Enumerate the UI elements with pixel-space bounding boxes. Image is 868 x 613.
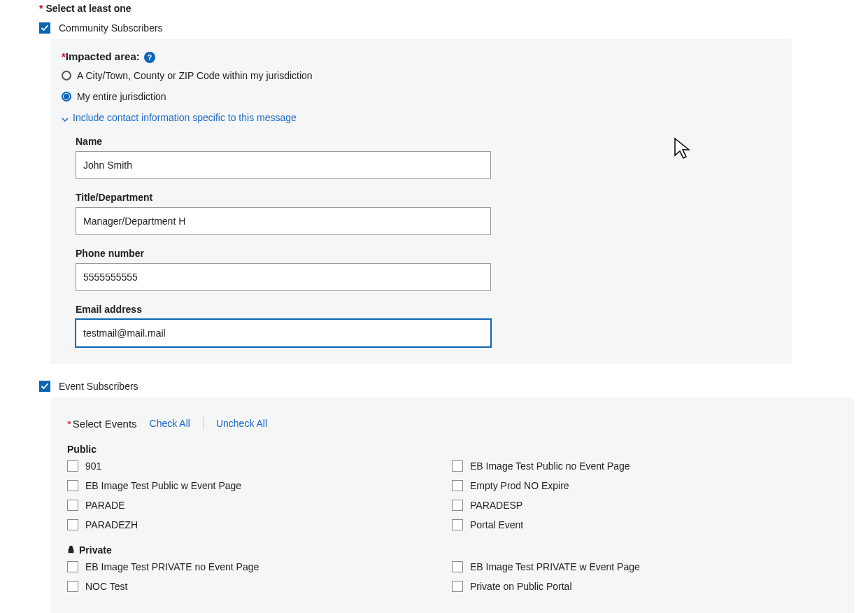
event-label: Private on Public Portal [470,581,572,592]
name-input[interactable] [76,151,491,179]
event-checkbox-paradesp[interactable]: PARADESP [452,500,837,511]
event-checkbox-private-on-public-portal[interactable]: Private on Public Portal [452,581,837,592]
event-checkbox-eb-image-public-no-page[interactable]: EB Image Test Public no Event Page [452,460,837,472]
checkbox-empty-icon [67,480,78,491]
event-checkbox-portal-event[interactable]: Portal Event [452,519,837,530]
checkbox-empty-icon [67,581,78,592]
checkbox-checked-icon [39,22,50,34]
chevron-down-icon [62,114,69,121]
event-subscribers-checkbox-row[interactable]: Event Subscribers [39,381,854,392]
community-panel: *Impacted area: ? A City/Town, County or… [50,39,792,364]
events-panel: *Select Events Check All Uncheck All Pub… [50,397,854,613]
checkbox-empty-icon [452,561,463,572]
checkbox-empty-icon [67,500,78,511]
event-label: EB Image Test PRIVATE w Event Page [470,561,640,572]
divider [203,417,204,430]
event-subscribers-label: Event Subscribers [59,381,138,392]
radio-city-label: A City/Town, County or ZIP Code within m… [77,70,313,81]
event-checkbox-eb-image-private-w-page[interactable]: EB Image Test PRIVATE w Event Page [452,561,837,572]
include-contact-info-label: Include contact information specific to … [73,112,297,123]
private-heading: Private [67,544,837,556]
event-label: Portal Event [470,519,523,530]
event-label: PARADE [85,500,125,511]
checkbox-empty-icon [452,519,463,530]
include-contact-info-toggle[interactable]: Include contact information specific to … [62,112,792,123]
event-checkbox-901[interactable]: 901 [67,460,452,472]
event-label: EB Image Test Public w Event Page [85,480,241,491]
checkbox-empty-icon [67,519,78,530]
uncheck-all-link[interactable]: Uncheck All [216,418,267,429]
select-at-least-one-label: *Select at least one [39,3,854,14]
community-subscribers-label: Community Subscribers [59,22,163,34]
name-label: Name [76,136,495,147]
event-checkbox-eb-image-public-w-page[interactable]: EB Image Test Public w Event Page [67,480,452,491]
radio-unchecked-icon [62,71,71,80]
checkbox-empty-icon [67,561,78,572]
help-icon[interactable]: ? [144,52,155,63]
check-all-link[interactable]: Check All [150,418,190,429]
impacted-area-label: *Impacted area: ? [62,50,792,63]
email-address-input[interactable] [76,319,491,347]
checkbox-checked-icon [39,381,50,392]
radio-checked-icon [62,92,71,101]
radio-entire-jurisdiction[interactable]: My entire jurisdiction [62,91,792,102]
contact-fields: Name Title/Department Phone number Email… [62,136,495,347]
checkbox-empty-icon [452,460,463,472]
phone-number-input[interactable] [76,263,491,291]
event-checkbox-paradezh[interactable]: PARADEZH [67,519,452,530]
title-department-input[interactable] [76,207,491,235]
community-subscribers-checkbox-row[interactable]: Community Subscribers [39,22,854,34]
event-label: NOC Test [85,581,127,592]
checkbox-empty-icon [452,581,463,592]
event-label: Empty Prod NO Expire [470,480,569,491]
public-heading: Public [67,444,837,455]
lock-icon [67,544,75,556]
event-label: EB Image Test PRIVATE no Event Page [85,561,259,572]
event-label: 901 [85,460,101,472]
radio-city-town[interactable]: A City/Town, County or ZIP Code within m… [62,70,792,81]
radio-entire-label: My entire jurisdiction [77,91,166,102]
checkbox-empty-icon [67,460,78,472]
event-checkbox-empty-prod-no-expire[interactable]: Empty Prod NO Expire [452,480,837,491]
title-department-label: Title/Department [76,192,495,203]
event-label: EB Image Test Public no Event Page [470,460,630,472]
phone-number-label: Phone number [76,248,495,259]
select-events-label: *Select Events [67,418,137,430]
checkbox-empty-icon [452,500,463,511]
event-checkbox-parade[interactable]: PARADE [67,500,452,511]
event-label: PARADESP [470,500,522,511]
checkbox-empty-icon [452,480,463,491]
email-address-label: Email address [76,304,495,315]
event-checkbox-noc-test[interactable]: NOC Test [67,581,452,592]
event-label: PARADEZH [85,519,138,530]
event-checkbox-eb-image-private-no-page[interactable]: EB Image Test PRIVATE no Event Page [67,561,452,572]
